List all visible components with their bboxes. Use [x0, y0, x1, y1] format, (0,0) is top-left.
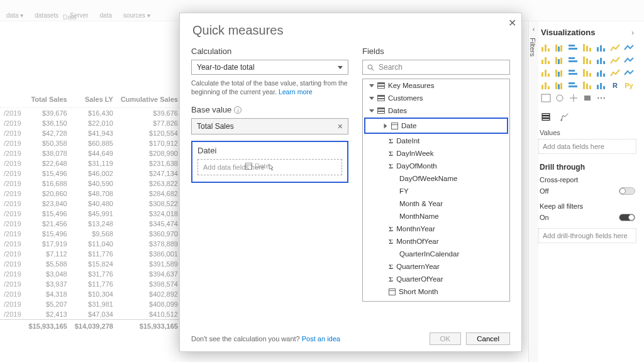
svg-rect-29: [603, 61, 605, 64]
viz-type[interactable]: [540, 80, 552, 91]
drill-through-well[interactable]: Add drill-through fields here: [538, 228, 636, 243]
viz-type[interactable]: [623, 67, 635, 79]
cancel-button[interactable]: Cancel: [466, 332, 510, 345]
tree-field[interactable]: ΣDayInWeek: [363, 147, 509, 160]
svg-rect-33: [555, 70, 557, 77]
viz-type[interactable]: [581, 55, 594, 66]
cross-report-label: Cross-report: [540, 176, 578, 184]
close-icon[interactable]: ✕: [508, 17, 516, 29]
table-icon: [377, 95, 385, 101]
svg-rect-50: [569, 82, 575, 84]
chevron-down-icon: [338, 66, 343, 69]
filters-pane-collapsed[interactable]: ‹ Filters: [528, 21, 538, 362]
info-icon[interactable]: i: [214, 146, 216, 155]
format-tab[interactable]: [558, 111, 571, 123]
fields-tab[interactable]: [540, 111, 552, 123]
svg-rect-12: [589, 48, 591, 52]
tree-table[interactable]: Key Measures: [363, 79, 509, 92]
viz-type[interactable]: [623, 42, 635, 53]
calculation-label: Calculation: [191, 47, 348, 56]
clear-icon[interactable]: ×: [338, 121, 343, 131]
filters-label: Filters: [529, 33, 536, 62]
viz-type[interactable]: [623, 55, 635, 66]
svg-point-0: [368, 65, 372, 69]
viz-type[interactable]: [609, 67, 621, 79]
tree-field[interactable]: FY: [363, 185, 509, 197]
tree-field[interactable]: QuarterInCalendar: [363, 248, 509, 260]
tree-field[interactable]: Month & Year: [363, 197, 509, 210]
tree-field[interactable]: ΣQuarterOfYear: [363, 273, 509, 285]
viz-type[interactable]: [553, 55, 566, 66]
tree-field[interactable]: ΣDateInt: [363, 134, 509, 147]
viz-type[interactable]: [595, 67, 608, 79]
tree-field-date[interactable]: Date: [364, 118, 508, 134]
ok-button[interactable]: OK: [430, 332, 462, 345]
tree-field[interactable]: ΣQuarternYear: [363, 260, 509, 273]
viz-type[interactable]: [540, 67, 552, 79]
viz-type[interactable]: [540, 42, 552, 53]
svg-rect-54: [589, 85, 591, 89]
viz-type[interactable]: [553, 80, 566, 91]
viz-type[interactable]: [581, 80, 594, 91]
svg-rect-48: [558, 84, 560, 89]
viz-type[interactable]: [595, 55, 608, 66]
viz-type[interactable]: [595, 42, 608, 53]
tree-table[interactable]: Customers: [363, 92, 509, 104]
viz-type[interactable]: [609, 42, 621, 53]
viz-type[interactable]: [595, 80, 608, 91]
calculation-value: Year-to-date total: [197, 63, 255, 72]
viz-type[interactable]: [581, 92, 594, 104]
info-icon[interactable]: i: [234, 106, 242, 114]
svg-rect-40: [589, 73, 591, 77]
tree-field[interactable]: ΣDayOfMonth: [363, 160, 509, 172]
tree-field[interactable]: ShortYear: [363, 298, 509, 302]
sigma-icon: Σ: [389, 275, 393, 283]
svg-rect-26: [589, 60, 591, 64]
viz-type[interactable]: [581, 67, 594, 79]
search-icon: [367, 63, 375, 72]
cross-report-toggle[interactable]: [619, 187, 635, 195]
tree-field[interactable]: Short Month: [363, 285, 509, 298]
sigma-icon: Σ: [389, 238, 393, 245]
tree-field[interactable]: ΣMonthnYear: [363, 222, 509, 235]
svg-rect-56: [600, 83, 602, 89]
viz-type[interactable]: [553, 92, 566, 104]
viz-type[interactable]: R: [609, 80, 621, 91]
visualizations-pane: Visualizations › RPy⋯ Values Add data fi…: [538, 21, 636, 248]
calendar-icon: [391, 123, 398, 129]
viz-type[interactable]: [581, 42, 594, 53]
viz-type[interactable]: [567, 42, 580, 53]
drag-ghost: Date: [245, 162, 269, 170]
viz-type[interactable]: [567, 92, 580, 104]
chevron-right-icon[interactable]: ›: [631, 28, 634, 37]
tree-table-dates[interactable]: Dates: [363, 104, 509, 117]
svg-rect-19: [555, 57, 557, 64]
calculation-description: Calculate the total of the base value, s…: [191, 79, 348, 96]
viz-type[interactable]: Py: [623, 80, 635, 91]
tree-field[interactable]: ΣMonthOfYear: [363, 235, 509, 248]
learn-more-link[interactable]: Learn more: [279, 88, 313, 96]
svg-rect-27: [597, 60, 599, 64]
viz-type[interactable]: [567, 55, 580, 66]
fields-search-input[interactable]: Search: [362, 60, 510, 75]
viz-type[interactable]: [540, 55, 552, 66]
viz-type[interactable]: [553, 42, 566, 53]
fields-tree[interactable]: Key MeasuresCustomersDatesDateΣDateIntΣD…: [362, 79, 510, 302]
tree-field[interactable]: MonthName: [363, 210, 509, 222]
viz-type[interactable]: [567, 67, 580, 79]
viz-type[interactable]: [553, 67, 566, 79]
post-idea-link[interactable]: Post an idea: [302, 335, 340, 343]
svg-rect-4: [548, 48, 550, 52]
svg-rect-61: [542, 114, 550, 116]
viz-type[interactable]: [567, 80, 580, 91]
base-value-well[interactable]: Total Sales ×: [191, 118, 348, 134]
tree-field[interactable]: DayOfWeekName: [363, 172, 509, 185]
keep-filters-toggle[interactable]: [619, 214, 635, 221]
values-well[interactable]: Add data fields here: [538, 139, 636, 154]
viz-type[interactable]: ⋯: [595, 92, 608, 104]
viz-type[interactable]: [609, 55, 621, 66]
date-drop-zone[interactable]: Add data fields here Date: [197, 159, 342, 175]
viz-type[interactable]: [540, 92, 552, 104]
svg-rect-16: [541, 60, 543, 64]
calculation-select[interactable]: Year-to-date total: [191, 60, 348, 75]
